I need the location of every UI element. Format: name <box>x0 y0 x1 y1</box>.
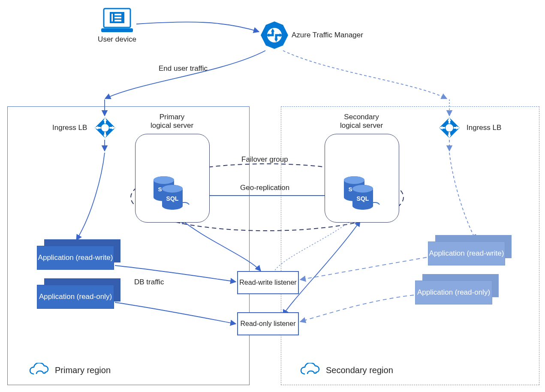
listener-label: Read-write listener <box>239 278 296 286</box>
cloud-icon <box>29 363 49 378</box>
svg-rect-4 <box>114 14 121 15</box>
svg-rect-3 <box>111 14 113 21</box>
app-label: Application (read-only) <box>417 288 490 297</box>
read-write-listener: Read-write listener <box>237 271 299 294</box>
app-primary-read-write: Application (read-write) <box>37 246 114 270</box>
app-primary-read-only: Application (read-only) <box>37 285 114 309</box>
svg-point-38 <box>162 185 183 193</box>
listener-label: Read-only listener <box>241 320 296 328</box>
app-secondary-read-write: Application (read-write) <box>428 241 505 265</box>
svg-rect-5 <box>114 17 121 18</box>
traffic-manager-label: Azure Traffic Manager <box>292 31 363 39</box>
app-secondary-read-only: Application (read-only) <box>415 280 492 305</box>
svg-text:SQL: SQL <box>166 195 179 202</box>
load-balancer-icon <box>94 117 116 141</box>
app-label: Application (read-write) <box>429 249 504 258</box>
app-label: Application (read-only) <box>39 292 112 301</box>
end-user-traffic-label: End user traffic <box>159 64 208 73</box>
svg-point-35 <box>154 176 174 184</box>
traffic-manager-icon <box>260 21 289 52</box>
user-device-label: User device <box>95 35 139 44</box>
primary-region-text: Primary region <box>55 365 111 375</box>
ingress-lb-secondary-label: Ingress LB <box>467 124 501 132</box>
secondary-logical-server-label: Secondary logical server <box>329 113 394 130</box>
ingress-lb-primary-label: Ingress LB <box>52 124 87 132</box>
sql-database-icon: SQL SQL <box>148 175 190 219</box>
primary-logical-server-label: Primary logical server <box>140 113 204 130</box>
svg-text:SQL: SQL <box>357 195 369 202</box>
read-only-listener: Read-only listener <box>237 312 299 335</box>
secondary-region-text: Secondary region <box>326 365 393 375</box>
secondary-region-label: Secondary region <box>300 363 393 378</box>
sql-database-icon: SQL SQL <box>338 175 381 219</box>
svg-point-25 <box>446 124 453 132</box>
svg-point-15 <box>101 124 109 132</box>
svg-point-44 <box>352 185 373 193</box>
failover-group-label: Failover group <box>241 155 288 164</box>
app-label: Application (read-write) <box>38 253 113 262</box>
user-device-icon <box>100 7 134 36</box>
primary-region-label: Primary region <box>29 363 111 378</box>
geo-replication-label: Geo-replication <box>240 184 289 192</box>
db-traffic-label: DB traffic <box>134 278 164 286</box>
svg-rect-7 <box>101 28 133 32</box>
svg-rect-6 <box>114 20 121 21</box>
load-balancer-icon <box>438 117 461 141</box>
cloud-icon <box>300 363 320 378</box>
svg-point-41 <box>344 176 364 184</box>
